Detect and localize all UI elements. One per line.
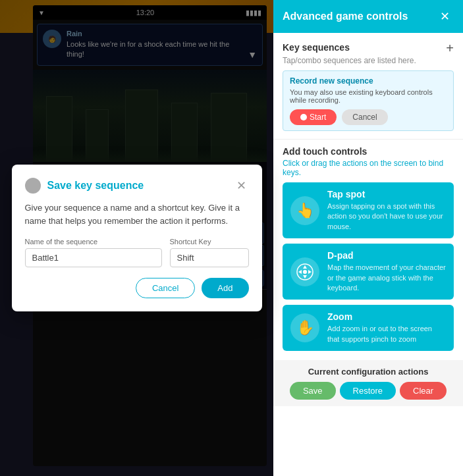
zoom-desc: Add zoom in or out to the screen that su…: [327, 324, 446, 344]
zoom-icon: ✋: [290, 313, 319, 342]
svg-marker-2: [303, 275, 307, 278]
svg-marker-3: [298, 270, 302, 274]
recording-subtitle: You may also use existing keyboard contr…: [290, 88, 447, 104]
panel-title: Advanced game controls: [283, 11, 408, 22]
modal-cancel-button[interactable]: Cancel: [136, 278, 195, 298]
shortcut-key-input[interactable]: [170, 248, 249, 267]
key-sequences-title: Key sequences: [283, 42, 350, 53]
modal-title: Save key sequence: [47, 180, 227, 192]
add-touch-subtitle: Click or drag the actions on the screen …: [283, 159, 454, 177]
modal-icon: [25, 178, 41, 194]
recording-title: Record new sequence: [290, 76, 447, 86]
recording-box: Record new sequence You may also use exi…: [283, 70, 454, 131]
tap-spot-card[interactable]: 👆 Tap spot Assign tapping on a spot with…: [283, 182, 454, 238]
add-sequence-button[interactable]: +: [446, 41, 454, 56]
d-pad-title: D-pad: [327, 250, 446, 261]
panel-close-button[interactable]: ✕: [436, 8, 454, 25]
svg-marker-4: [308, 270, 312, 274]
d-pad-icon: [290, 257, 319, 286]
add-touch-title: Add touch controls: [283, 146, 454, 157]
svg-point-5: [303, 270, 307, 274]
tap-spot-desc: Assign tapping on a spot with this actio…: [327, 201, 446, 232]
shortcut-field-group: Shortcut Key: [170, 238, 249, 267]
key-sequences-subtitle: Tap/combo sequences are listed here.: [283, 56, 454, 65]
add-touch-section: Add touch controls Click or drag the act…: [273, 140, 463, 360]
modal-close-button[interactable]: ✕: [234, 178, 249, 193]
zoom-title: Zoom: [327, 311, 446, 322]
tap-spot-icon: 👆: [290, 196, 319, 225]
shortcut-label: Shortcut Key: [170, 238, 249, 246]
tap-spot-title: Tap spot: [327, 189, 446, 199]
start-recording-button[interactable]: Start: [290, 109, 337, 125]
name-label: Name of the sequence: [25, 238, 162, 246]
zoom-card[interactable]: ✋ Zoom Add zoom in or out to the screen …: [283, 305, 454, 351]
right-panel: Advanced game controls ✕ Key sequences +…: [273, 0, 463, 476]
modal-fields: Name of the sequence Shortcut Key: [25, 238, 249, 267]
d-pad-card[interactable]: D-pad Map the movement of your character…: [283, 244, 454, 300]
config-title: Current configuration actions: [283, 367, 454, 377]
recording-buttons: Start Cancel: [290, 109, 447, 125]
clear-config-button[interactable]: Clear: [400, 382, 447, 400]
modal-overlay: Save key sequence ✕ Give your sequence a…: [0, 0, 273, 476]
sequence-name-input[interactable]: [25, 248, 162, 267]
key-sequences-section: Key sequences + Tap/combo sequences are …: [273, 33, 463, 140]
save-sequence-modal: Save key sequence ✕ Give your sequence a…: [12, 165, 262, 311]
config-buttons: Save Restore Clear: [283, 382, 454, 400]
modal-add-button[interactable]: Add: [202, 278, 248, 298]
modal-header: Save key sequence ✕: [25, 178, 249, 194]
panel-header: Advanced game controls ✕: [273, 0, 463, 33]
current-config-section: Current configuration actions Save Resto…: [273, 360, 463, 406]
svg-marker-1: [303, 265, 307, 269]
save-config-button[interactable]: Save: [290, 382, 336, 400]
modal-description: Give your sequence a name and a shortcut…: [25, 201, 249, 227]
name-field-group: Name of the sequence: [25, 238, 162, 267]
restore-config-button[interactable]: Restore: [340, 382, 396, 400]
modal-actions: Cancel Add: [25, 278, 249, 298]
cancel-recording-button[interactable]: Cancel: [342, 109, 387, 125]
d-pad-desc: Map the movement of your character or th…: [327, 263, 446, 293]
